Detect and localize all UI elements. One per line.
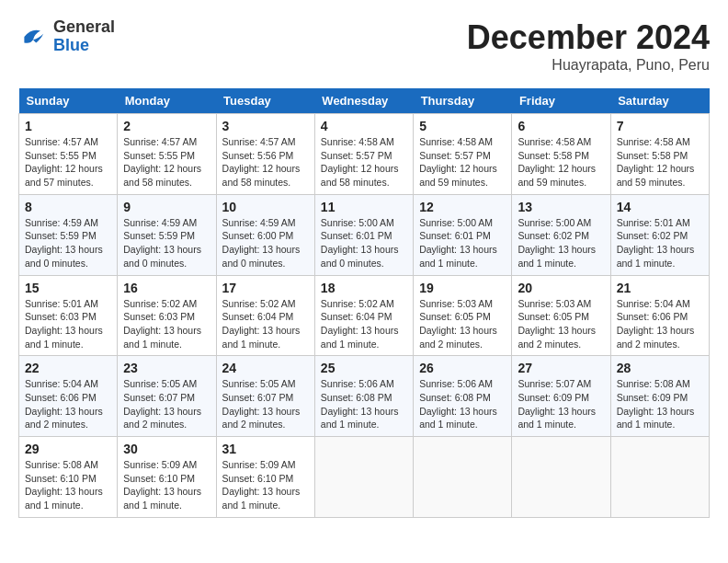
day-number: 23 [123, 361, 210, 375]
table-row: 25Sunrise: 5:06 AM Sunset: 6:08 PM Dayli… [314, 356, 413, 437]
page-header: General Blue December 2024 Huayrapata, P… [18, 18, 710, 74]
logo-blue: Blue [53, 36, 89, 54]
day-number: 30 [123, 442, 210, 456]
day-info: Sunrise: 5:07 AM Sunset: 6:09 PM Dayligh… [518, 377, 604, 431]
table-row: 1Sunrise: 4:57 AM Sunset: 5:55 PM Daylig… [19, 114, 118, 195]
day-number: 1 [25, 119, 111, 133]
table-row: 10Sunrise: 4:59 AM Sunset: 6:00 PM Dayli… [216, 194, 314, 275]
day-number: 29 [25, 442, 111, 456]
table-row: 16Sunrise: 5:02 AM Sunset: 6:03 PM Dayli… [118, 275, 216, 356]
table-row: 8Sunrise: 4:59 AM Sunset: 5:59 PM Daylig… [19, 194, 118, 275]
table-row: 27Sunrise: 5:07 AM Sunset: 6:09 PM Dayli… [512, 356, 610, 437]
day-number: 26 [419, 361, 506, 375]
col-friday: Friday [512, 88, 610, 114]
col-saturday: Saturday [610, 88, 709, 114]
day-number: 3 [222, 119, 309, 133]
day-number: 14 [617, 200, 703, 214]
day-info: Sunrise: 5:02 AM Sunset: 6:04 PM Dayligh… [222, 297, 309, 351]
table-row: 31Sunrise: 5:09 AM Sunset: 6:10 PM Dayli… [216, 437, 314, 518]
table-row [314, 437, 413, 518]
table-row: 13Sunrise: 5:00 AM Sunset: 6:02 PM Dayli… [512, 194, 610, 275]
day-number: 13 [518, 200, 604, 214]
table-row: 5Sunrise: 4:58 AM Sunset: 5:57 PM Daylig… [414, 114, 512, 195]
day-info: Sunrise: 5:04 AM Sunset: 6:06 PM Dayligh… [25, 377, 111, 431]
day-info: Sunrise: 5:03 AM Sunset: 6:05 PM Dayligh… [419, 297, 506, 351]
logo: General Blue [18, 18, 115, 55]
calendar-week-row: 29Sunrise: 5:08 AM Sunset: 6:10 PM Dayli… [19, 437, 710, 518]
title-block: December 2024 Huayrapata, Puno, Peru [467, 18, 710, 74]
table-row: 12Sunrise: 5:00 AM Sunset: 6:01 PM Dayli… [414, 194, 512, 275]
table-row: 15Sunrise: 5:01 AM Sunset: 6:03 PM Dayli… [19, 275, 118, 356]
day-number: 9 [123, 200, 210, 214]
day-info: Sunrise: 5:06 AM Sunset: 6:08 PM Dayligh… [419, 377, 506, 431]
day-number: 5 [419, 119, 506, 133]
day-info: Sunrise: 5:09 AM Sunset: 6:10 PM Dayligh… [123, 458, 210, 512]
day-info: Sunrise: 4:58 AM Sunset: 5:57 PM Dayligh… [419, 135, 506, 190]
day-info: Sunrise: 4:59 AM Sunset: 5:59 PM Dayligh… [25, 216, 111, 270]
day-info: Sunrise: 5:02 AM Sunset: 6:03 PM Dayligh… [123, 297, 210, 351]
day-number: 20 [518, 281, 604, 295]
day-info: Sunrise: 5:01 AM Sunset: 6:02 PM Dayligh… [617, 216, 703, 270]
col-wednesday: Wednesday [314, 88, 413, 114]
month-title: December 2024 [467, 18, 710, 57]
day-info: Sunrise: 4:59 AM Sunset: 5:59 PM Dayligh… [123, 216, 210, 270]
table-row: 29Sunrise: 5:08 AM Sunset: 6:10 PM Dayli… [19, 437, 118, 518]
col-sunday: Sunday [19, 88, 118, 114]
day-number: 31 [222, 442, 309, 456]
day-info: Sunrise: 5:08 AM Sunset: 6:09 PM Dayligh… [617, 377, 703, 431]
day-number: 4 [321, 119, 407, 133]
table-row: 26Sunrise: 5:06 AM Sunset: 6:08 PM Dayli… [414, 356, 512, 437]
day-number: 24 [222, 361, 309, 375]
day-number: 12 [419, 200, 506, 214]
table-row: 4Sunrise: 4:58 AM Sunset: 5:57 PM Daylig… [314, 114, 413, 195]
table-row: 20Sunrise: 5:03 AM Sunset: 6:05 PM Dayli… [512, 275, 610, 356]
day-number: 16 [123, 281, 210, 295]
day-info: Sunrise: 5:00 AM Sunset: 6:01 PM Dayligh… [419, 216, 506, 270]
day-number: 8 [25, 200, 111, 214]
table-row: 19Sunrise: 5:03 AM Sunset: 6:05 PM Dayli… [414, 275, 512, 356]
logo-bird-icon [18, 22, 48, 52]
day-number: 2 [123, 119, 210, 133]
table-row: 23Sunrise: 5:05 AM Sunset: 6:07 PM Dayli… [118, 356, 216, 437]
table-row [414, 437, 512, 518]
day-number: 21 [617, 281, 703, 295]
calendar-week-row: 8Sunrise: 4:59 AM Sunset: 5:59 PM Daylig… [19, 194, 710, 275]
day-number: 15 [25, 281, 111, 295]
logo-general: General [53, 17, 115, 36]
day-number: 27 [518, 361, 604, 375]
day-info: Sunrise: 5:01 AM Sunset: 6:03 PM Dayligh… [25, 297, 111, 351]
day-info: Sunrise: 5:00 AM Sunset: 6:02 PM Dayligh… [518, 216, 604, 270]
day-number: 17 [222, 281, 309, 295]
table-row: 11Sunrise: 5:00 AM Sunset: 6:01 PM Dayli… [314, 194, 413, 275]
calendar-table: Sunday Monday Tuesday Wednesday Thursday… [18, 88, 710, 518]
table-row [512, 437, 610, 518]
table-row [610, 437, 709, 518]
day-info: Sunrise: 4:57 AM Sunset: 5:55 PM Dayligh… [25, 135, 111, 190]
day-number: 18 [321, 281, 407, 295]
day-info: Sunrise: 4:57 AM Sunset: 5:55 PM Dayligh… [123, 135, 210, 190]
table-row: 2Sunrise: 4:57 AM Sunset: 5:55 PM Daylig… [118, 114, 216, 195]
day-number: 22 [25, 361, 111, 375]
table-row: 3Sunrise: 4:57 AM Sunset: 5:56 PM Daylig… [216, 114, 314, 195]
table-row: 6Sunrise: 4:58 AM Sunset: 5:58 PM Daylig… [512, 114, 610, 195]
table-row: 14Sunrise: 5:01 AM Sunset: 6:02 PM Dayli… [610, 194, 709, 275]
table-row: 30Sunrise: 5:09 AM Sunset: 6:10 PM Dayli… [118, 437, 216, 518]
day-number: 7 [617, 119, 703, 133]
day-info: Sunrise: 4:58 AM Sunset: 5:57 PM Dayligh… [321, 135, 407, 190]
calendar-week-row: 22Sunrise: 5:04 AM Sunset: 6:06 PM Dayli… [19, 356, 710, 437]
day-number: 28 [617, 361, 703, 375]
day-info: Sunrise: 4:57 AM Sunset: 5:56 PM Dayligh… [222, 135, 309, 190]
day-info: Sunrise: 5:08 AM Sunset: 6:10 PM Dayligh… [25, 458, 111, 512]
calendar-header-row: Sunday Monday Tuesday Wednesday Thursday… [19, 88, 710, 114]
day-info: Sunrise: 5:05 AM Sunset: 6:07 PM Dayligh… [123, 377, 210, 431]
day-number: 19 [419, 281, 506, 295]
day-info: Sunrise: 4:59 AM Sunset: 6:00 PM Dayligh… [222, 216, 309, 270]
col-tuesday: Tuesday [216, 88, 314, 114]
table-row: 21Sunrise: 5:04 AM Sunset: 6:06 PM Dayli… [610, 275, 709, 356]
table-row: 9Sunrise: 4:59 AM Sunset: 5:59 PM Daylig… [118, 194, 216, 275]
table-row: 7Sunrise: 4:58 AM Sunset: 5:58 PM Daylig… [610, 114, 709, 195]
day-info: Sunrise: 5:03 AM Sunset: 6:05 PM Dayligh… [518, 297, 604, 351]
day-info: Sunrise: 5:02 AM Sunset: 6:04 PM Dayligh… [321, 297, 407, 351]
day-info: Sunrise: 5:06 AM Sunset: 6:08 PM Dayligh… [321, 377, 407, 431]
table-row: 24Sunrise: 5:05 AM Sunset: 6:07 PM Dayli… [216, 356, 314, 437]
